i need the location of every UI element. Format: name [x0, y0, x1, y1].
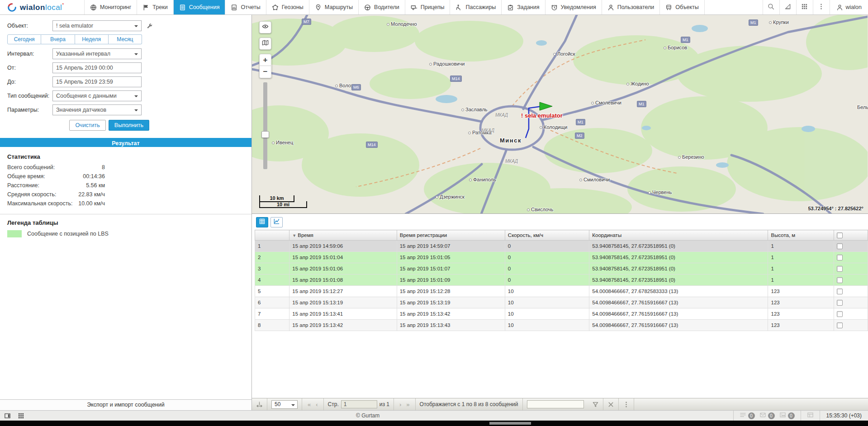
- status-badge-image[interactable]: 0: [779, 412, 795, 420]
- table-filter-input[interactable]: [527, 400, 584, 408]
- export-import-link[interactable]: Экспорт и импорт сообщений: [0, 399, 251, 410]
- zoom-in-button[interactable]: +: [259, 54, 271, 66]
- message-row[interactable]: 515 апр 2019 15:12:2715 апр 2019 15:12:2…: [255, 286, 868, 297]
- execute-button[interactable]: Выполнить: [109, 120, 149, 131]
- map-cursor-coordinates: 53.724954° : 27.825622°: [808, 206, 863, 211]
- zoom-out-button[interactable]: −: [259, 66, 271, 78]
- bottom-panel-toggle-icon[interactable]: [4, 412, 11, 419]
- row-checkbox[interactable]: [837, 322, 843, 328]
- column-header[interactable]: Высота, м: [768, 230, 834, 241]
- search-button[interactable]: [763, 0, 779, 14]
- layers-icon: [262, 39, 269, 48]
- tab-unit[interactable]: Объекты: [659, 0, 705, 14]
- column-header[interactable]: Время регистрации: [397, 230, 505, 241]
- range-button-месяц[interactable]: Месяц: [109, 34, 142, 44]
- zoom-slider[interactable]: [263, 82, 267, 169]
- page-number-input[interactable]: [341, 400, 377, 408]
- menu-dots-button[interactable]: [813, 0, 830, 14]
- tab-passenger[interactable]: Пассажиры: [450, 0, 501, 14]
- field-input[interactable]: 15 Апрель 2019 00:00: [52, 62, 142, 73]
- status-badge-list[interactable]: 0: [740, 412, 755, 420]
- tab-driver[interactable]: Водители: [358, 0, 405, 14]
- message-row[interactable]: 815 апр 2019 15:13:4215 апр 2019 15:13:4…: [255, 320, 868, 331]
- table-view-button[interactable]: [256, 217, 268, 227]
- message-row[interactable]: 715 апр 2019 15:13:4115 апр 2019 15:13:4…: [255, 308, 868, 320]
- tab-messages[interactable]: Сообщения: [173, 0, 225, 14]
- tab-flag[interactable]: Треки: [137, 0, 173, 14]
- town-dot: [527, 208, 530, 211]
- column-header[interactable]: ▼Время: [289, 230, 397, 241]
- ruler-button[interactable]: [779, 0, 796, 14]
- menu-dots-icon: [818, 3, 825, 12]
- select-all-checkbox[interactable]: [837, 232, 843, 238]
- unit-map-label[interactable]: ! sela emulator: [521, 112, 563, 119]
- tab-trailer[interactable]: Прицепы: [405, 0, 450, 14]
- row-checkbox[interactable]: [837, 255, 843, 260]
- row-select-cell: [834, 241, 868, 252]
- next-page-button[interactable]: ›: [398, 401, 403, 408]
- message-row[interactable]: 215 апр 2019 15:01:0415 апр 2019 15:01:0…: [255, 252, 868, 263]
- range-button-сегодня[interactable]: Сегодня: [7, 34, 41, 44]
- tab-route[interactable]: Маршруты: [309, 0, 358, 14]
- field-select[interactable]: Указанный интервал: [52, 48, 142, 59]
- fit-columns-icon[interactable]: [256, 401, 263, 408]
- tab-user[interactable]: Пользователи: [602, 0, 660, 14]
- legend-color-swatch: [7, 230, 22, 237]
- zoom-slider-handle[interactable]: [261, 131, 269, 138]
- column-header[interactable]: Скорость, км/ч: [505, 230, 589, 241]
- table-menu-icon[interactable]: [623, 401, 630, 408]
- message-cell: 8: [255, 320, 289, 331]
- map-layers-button[interactable]: [259, 38, 271, 50]
- apps-grid-icon[interactable]: [18, 412, 24, 419]
- map-place-label: Свислочь: [527, 207, 553, 212]
- tab-job[interactable]: Задания: [501, 0, 545, 14]
- filter-funnel-icon[interactable]: [592, 401, 599, 408]
- clear-button[interactable]: Очистить: [69, 120, 105, 131]
- map-scale-bar: 10 km 10 mi: [259, 195, 307, 208]
- stat-label: Расстояние:: [7, 182, 86, 189]
- row-checkbox[interactable]: [837, 289, 843, 294]
- field-label: Тип сообщений:: [7, 93, 52, 99]
- town-dot: [648, 191, 651, 194]
- town-dot: [591, 102, 594, 104]
- wrench-icon[interactable]: [146, 23, 153, 29]
- field-select[interactable]: Сообщения с данными: [52, 90, 142, 101]
- status-badge-mail[interactable]: 0: [759, 412, 775, 420]
- stat-row: Общее время:00:14:36: [7, 173, 105, 180]
- first-page-button[interactable]: «: [306, 401, 312, 408]
- row-checkbox[interactable]: [837, 300, 843, 306]
- tab-geofence[interactable]: Геозоны: [266, 0, 309, 14]
- chart-view-button[interactable]: [270, 217, 283, 227]
- message-row[interactable]: 315 апр 2019 15:01:0615 апр 2019 15:01:0…: [255, 263, 868, 275]
- column-header[interactable]: [255, 230, 289, 241]
- map-eye-button[interactable]: [259, 21, 271, 33]
- prev-page-button[interactable]: ‹: [314, 401, 319, 408]
- tab-globe[interactable]: Мониторинг: [84, 0, 137, 14]
- message-row[interactable]: 115 апр 2019 14:59:0615 апр 2019 14:59:0…: [255, 241, 868, 252]
- row-checkbox[interactable]: [837, 277, 843, 283]
- range-button-неделя[interactable]: Неделя: [75, 34, 109, 44]
- message-row[interactable]: 615 апр 2019 15:13:1915 апр 2019 15:13:1…: [255, 297, 868, 308]
- tab-notification[interactable]: Уведомления: [545, 0, 602, 14]
- object-select[interactable]: ! sela emulator: [52, 20, 142, 31]
- page-size-select[interactable]: 50: [271, 400, 298, 409]
- flag-icon: [142, 4, 149, 11]
- row-select-cell: [834, 297, 868, 308]
- tab-report[interactable]: Отчеты: [225, 0, 266, 14]
- row-checkbox[interactable]: [837, 311, 843, 317]
- field-input[interactable]: 15 Апрель 2019 23:59: [52, 76, 142, 87]
- row-checkbox[interactable]: [837, 266, 843, 272]
- clear-filter-icon[interactable]: [607, 401, 614, 408]
- field-select[interactable]: Значения датчиков: [52, 104, 142, 115]
- row-checkbox[interactable]: [837, 243, 843, 249]
- cards-view-icon[interactable]: [801, 411, 820, 421]
- range-button-вчера[interactable]: Вчера: [41, 34, 75, 44]
- column-header[interactable]: Координаты: [589, 230, 768, 241]
- map-view[interactable]: МолодечноЛогойскРадошковичиЖодиноБорисов…: [252, 15, 868, 214]
- message-cell: 54.0098466667, 27.7615916667 (13): [589, 308, 768, 320]
- last-page-button[interactable]: »: [405, 401, 411, 408]
- apps-button[interactable]: [796, 0, 813, 14]
- select-all-header[interactable]: [834, 230, 868, 241]
- current-user[interactable]: wialon: [830, 0, 868, 14]
- message-row[interactable]: 415 апр 2019 15:01:0815 апр 2019 15:01:0…: [255, 275, 868, 286]
